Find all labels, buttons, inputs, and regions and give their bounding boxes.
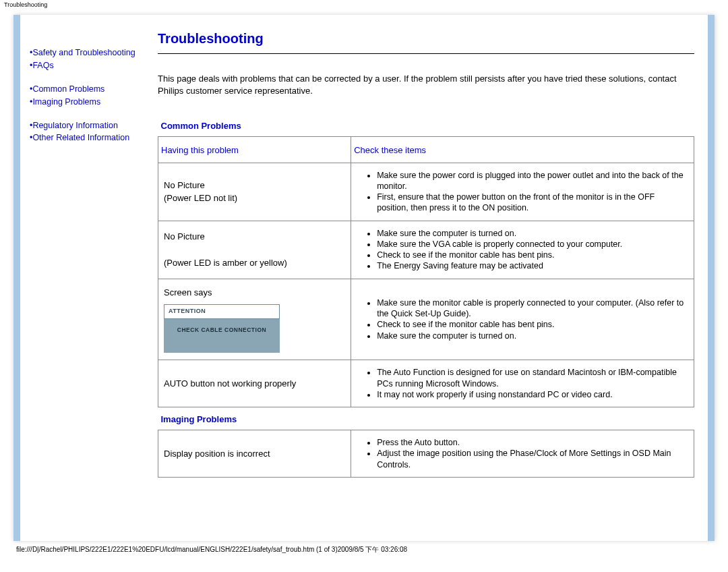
solution-list: Make sure the monitor cable is properly … — [357, 297, 688, 341]
title-rule — [158, 53, 694, 54]
list-item: Adjust the image position using the Phas… — [377, 448, 688, 470]
attention-screen: ATTENTION CHECK CABLE CONNECTION — [164, 304, 280, 353]
table-row: Screen says ATTENTION CHECK CABLE CONNEC… — [158, 279, 694, 360]
problem-cell: Screen says ATTENTION CHECK CABLE CONNEC… — [158, 279, 351, 360]
nav-item-safety[interactable]: •Safety and Troubleshooting — [30, 47, 143, 59]
solution-cell: Make sure the computer is turned on. Mak… — [351, 221, 694, 279]
problem-line2: (Power LED is amber or yellow) — [164, 258, 287, 268]
nav-link[interactable]: Other Related Information — [32, 133, 129, 142]
solution-list: Press the Auto button. Adjust the image … — [357, 437, 688, 470]
nav-group-1: •Safety and Troubleshooting •FAQs — [30, 47, 143, 72]
nav-group-2: •Common Problems •Imaging Problems — [30, 84, 143, 108]
list-item: Make sure the monitor cable is properly … — [377, 297, 688, 320]
nav-item-other[interactable]: •Other Related Information — [30, 132, 143, 144]
nav-link[interactable]: Regulatory Information — [32, 121, 117, 130]
table-row: No Picture (Power LED is amber or yellow… — [158, 221, 694, 279]
attention-body: CHECK CABLE CONNECTION — [164, 319, 280, 353]
table-row: AUTO button not working properly The Aut… — [158, 360, 694, 407]
col-head-problem: Having this problem — [158, 137, 351, 163]
problem-line1: Screen says — [164, 287, 212, 297]
nav-link[interactable]: Imaging Problems — [32, 97, 100, 107]
page-title: Troubleshooting — [158, 31, 694, 47]
problem-line1: Display position is incorrect — [164, 449, 270, 459]
content-frame: •Safety and Troubleshooting •FAQs •Commo… — [13, 15, 715, 541]
nav-link[interactable]: Common Problems — [32, 84, 104, 94]
list-item: Press the Auto button. — [377, 437, 688, 448]
main-content: Troubleshooting This page deals with pro… — [148, 15, 708, 541]
list-item: Make sure the computer is turned on. — [377, 228, 688, 239]
solution-list: Make sure the power cord is plugged into… — [357, 170, 688, 214]
page-wrap: •Safety and Troubleshooting •FAQs •Commo… — [0, 15, 728, 554]
list-item: First, ensure that the power button on t… — [377, 192, 688, 214]
list-item: Make sure the VGA cable is properly conn… — [377, 239, 688, 250]
list-item: Make sure the power cord is plugged into… — [377, 170, 688, 192]
solution-cell: Make sure the monitor cable is properly … — [351, 279, 694, 360]
col-head-check: Check these items — [351, 137, 694, 163]
list-item: Check to see if the monitor cable has be… — [377, 250, 688, 260]
attention-bar: ATTENTION — [164, 304, 280, 319]
solution-cell: The Auto Function is designed for use on… — [351, 360, 694, 407]
nav-link[interactable]: FAQs — [32, 61, 53, 70]
problem-cell: Display position is incorrect — [158, 430, 351, 478]
list-item: The Auto Function is designed for use on… — [377, 367, 688, 389]
footer-path: file:///D|/Rachel/PHILIPS/222E1/222E1%20… — [13, 541, 715, 554]
table-row: No Picture (Power LED not lit) Make sure… — [158, 163, 694, 221]
table-row: Display position is incorrect Press the … — [158, 430, 694, 478]
nav-item-common[interactable]: •Common Problems — [30, 84, 143, 95]
problem-line1: No Picture — [164, 231, 205, 241]
intro-text: This page deals with problems that can b… — [158, 73, 694, 96]
list-item: The Energy Saving feature may be activat… — [377, 260, 688, 271]
problem-line1: AUTO button not working properly — [164, 378, 296, 389]
solution-cell: Press the Auto button. Adjust the image … — [351, 430, 694, 478]
solution-list: The Auto Function is designed for use on… — [357, 367, 688, 400]
problem-cell: No Picture (Power LED is amber or yellow… — [158, 221, 351, 279]
sidebar: •Safety and Troubleshooting •FAQs •Commo… — [20, 15, 148, 541]
list-item: Make sure the computer is turned on. — [377, 331, 688, 341]
section-imaging-problems: Imaging Problems — [158, 407, 694, 430]
nav-item-imaging[interactable]: •Imaging Problems — [30, 96, 143, 108]
nav-link[interactable]: Safety and Troubleshooting — [32, 48, 135, 57]
solution-cell: Make sure the power cord is plugged into… — [351, 163, 694, 221]
solution-list: Make sure the computer is turned on. Mak… — [357, 228, 688, 272]
nav-item-faqs[interactable]: •FAQs — [30, 60, 143, 72]
nav-group-3: •Regulatory Information •Other Related I… — [30, 120, 143, 144]
problem-cell: No Picture (Power LED not lit) — [158, 163, 351, 221]
problem-line2: (Power LED not lit) — [164, 193, 237, 203]
problem-cell: AUTO button not working properly — [158, 360, 351, 407]
list-item: It may not work properly if using nonsta… — [377, 389, 688, 400]
section-common-problems: Common Problems — [158, 114, 694, 137]
problems-table: Common Problems Having this problem Chec… — [158, 114, 694, 478]
page-header-label: Troubleshooting — [0, 0, 728, 8]
problem-line1: No Picture — [164, 180, 205, 190]
list-item: Check to see if the monitor cable has be… — [377, 319, 688, 330]
nav-item-regulatory[interactable]: •Regulatory Information — [30, 120, 143, 132]
